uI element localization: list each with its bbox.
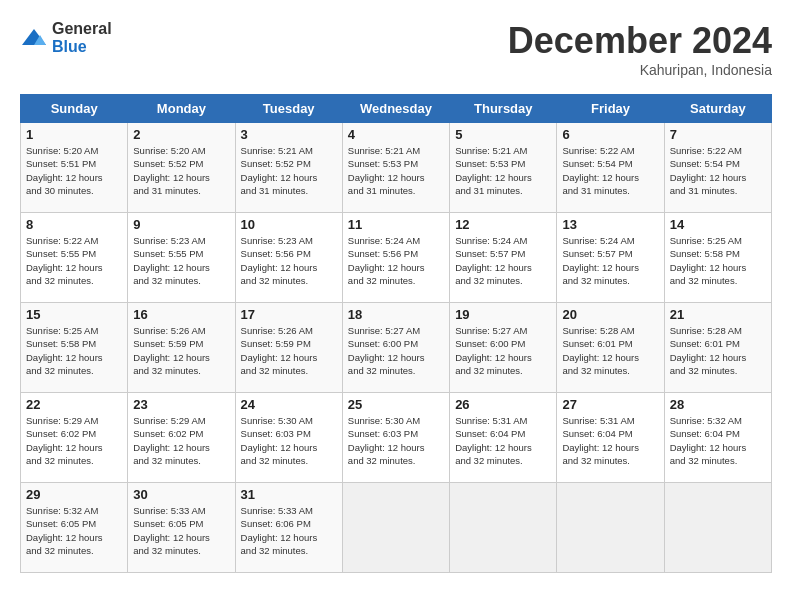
day-number: 11 — [348, 217, 444, 232]
day-number: 5 — [455, 127, 551, 142]
calendar-day-cell: 6Sunrise: 5:22 AM Sunset: 5:54 PM Daylig… — [557, 123, 664, 213]
col-monday: Monday — [128, 95, 235, 123]
day-info: Sunrise: 5:24 AM Sunset: 5:57 PM Dayligh… — [562, 234, 658, 287]
day-info: Sunrise: 5:24 AM Sunset: 5:56 PM Dayligh… — [348, 234, 444, 287]
day-number: 30 — [133, 487, 229, 502]
calendar-day-cell: 2Sunrise: 5:20 AM Sunset: 5:52 PM Daylig… — [128, 123, 235, 213]
calendar-week-row: 15Sunrise: 5:25 AM Sunset: 5:58 PM Dayli… — [21, 303, 772, 393]
day-number: 12 — [455, 217, 551, 232]
day-number: 16 — [133, 307, 229, 322]
day-info: Sunrise: 5:23 AM Sunset: 5:55 PM Dayligh… — [133, 234, 229, 287]
calendar-day-cell: 16Sunrise: 5:26 AM Sunset: 5:59 PM Dayli… — [128, 303, 235, 393]
calendar-table: Sunday Monday Tuesday Wednesday Thursday… — [20, 94, 772, 573]
calendar-day-cell: 26Sunrise: 5:31 AM Sunset: 6:04 PM Dayli… — [450, 393, 557, 483]
day-number: 23 — [133, 397, 229, 412]
calendar-day-cell: 14Sunrise: 5:25 AM Sunset: 5:58 PM Dayli… — [664, 213, 771, 303]
calendar-day-cell — [557, 483, 664, 573]
day-info: Sunrise: 5:26 AM Sunset: 5:59 PM Dayligh… — [241, 324, 337, 377]
day-number: 18 — [348, 307, 444, 322]
logo-icon — [20, 27, 48, 49]
calendar-day-cell: 28Sunrise: 5:32 AM Sunset: 6:04 PM Dayli… — [664, 393, 771, 483]
day-number: 31 — [241, 487, 337, 502]
day-number: 15 — [26, 307, 122, 322]
col-saturday: Saturday — [664, 95, 771, 123]
day-number: 8 — [26, 217, 122, 232]
day-info: Sunrise: 5:22 AM Sunset: 5:54 PM Dayligh… — [670, 144, 766, 197]
location: Kahuripan, Indonesia — [508, 62, 772, 78]
day-number: 27 — [562, 397, 658, 412]
col-thursday: Thursday — [450, 95, 557, 123]
calendar-day-cell: 23Sunrise: 5:29 AM Sunset: 6:02 PM Dayli… — [128, 393, 235, 483]
calendar-day-cell: 10Sunrise: 5:23 AM Sunset: 5:56 PM Dayli… — [235, 213, 342, 303]
day-info: Sunrise: 5:31 AM Sunset: 6:04 PM Dayligh… — [455, 414, 551, 467]
calendar-day-cell: 1Sunrise: 5:20 AM Sunset: 5:51 PM Daylig… — [21, 123, 128, 213]
day-number: 6 — [562, 127, 658, 142]
day-number: 10 — [241, 217, 337, 232]
day-number: 24 — [241, 397, 337, 412]
day-info: Sunrise: 5:29 AM Sunset: 6:02 PM Dayligh… — [133, 414, 229, 467]
calendar-day-cell: 29Sunrise: 5:32 AM Sunset: 6:05 PM Dayli… — [21, 483, 128, 573]
day-number: 21 — [670, 307, 766, 322]
calendar-day-cell: 15Sunrise: 5:25 AM Sunset: 5:58 PM Dayli… — [21, 303, 128, 393]
day-info: Sunrise: 5:31 AM Sunset: 6:04 PM Dayligh… — [562, 414, 658, 467]
day-info: Sunrise: 5:27 AM Sunset: 6:00 PM Dayligh… — [348, 324, 444, 377]
calendar-day-cell: 17Sunrise: 5:26 AM Sunset: 5:59 PM Dayli… — [235, 303, 342, 393]
day-info: Sunrise: 5:29 AM Sunset: 6:02 PM Dayligh… — [26, 414, 122, 467]
day-info: Sunrise: 5:28 AM Sunset: 6:01 PM Dayligh… — [670, 324, 766, 377]
calendar-day-cell: 19Sunrise: 5:27 AM Sunset: 6:00 PM Dayli… — [450, 303, 557, 393]
calendar-header-row: Sunday Monday Tuesday Wednesday Thursday… — [21, 95, 772, 123]
calendar-day-cell: 13Sunrise: 5:24 AM Sunset: 5:57 PM Dayli… — [557, 213, 664, 303]
day-info: Sunrise: 5:21 AM Sunset: 5:53 PM Dayligh… — [348, 144, 444, 197]
day-info: Sunrise: 5:33 AM Sunset: 6:05 PM Dayligh… — [133, 504, 229, 557]
day-number: 26 — [455, 397, 551, 412]
calendar-day-cell: 21Sunrise: 5:28 AM Sunset: 6:01 PM Dayli… — [664, 303, 771, 393]
day-info: Sunrise: 5:30 AM Sunset: 6:03 PM Dayligh… — [348, 414, 444, 467]
month-title: December 2024 — [508, 20, 772, 62]
calendar-day-cell — [342, 483, 449, 573]
day-number: 14 — [670, 217, 766, 232]
day-info: Sunrise: 5:21 AM Sunset: 5:53 PM Dayligh… — [455, 144, 551, 197]
calendar-week-row: 22Sunrise: 5:29 AM Sunset: 6:02 PM Dayli… — [21, 393, 772, 483]
logo: General Blue — [20, 20, 112, 56]
calendar-day-cell: 12Sunrise: 5:24 AM Sunset: 5:57 PM Dayli… — [450, 213, 557, 303]
calendar-day-cell: 3Sunrise: 5:21 AM Sunset: 5:52 PM Daylig… — [235, 123, 342, 213]
col-sunday: Sunday — [21, 95, 128, 123]
day-number: 7 — [670, 127, 766, 142]
day-info: Sunrise: 5:28 AM Sunset: 6:01 PM Dayligh… — [562, 324, 658, 377]
day-info: Sunrise: 5:21 AM Sunset: 5:52 PM Dayligh… — [241, 144, 337, 197]
day-info: Sunrise: 5:27 AM Sunset: 6:00 PM Dayligh… — [455, 324, 551, 377]
calendar-week-row: 8Sunrise: 5:22 AM Sunset: 5:55 PM Daylig… — [21, 213, 772, 303]
day-number: 9 — [133, 217, 229, 232]
day-info: Sunrise: 5:22 AM Sunset: 5:55 PM Dayligh… — [26, 234, 122, 287]
calendar-day-cell: 18Sunrise: 5:27 AM Sunset: 6:00 PM Dayli… — [342, 303, 449, 393]
calendar-week-row: 29Sunrise: 5:32 AM Sunset: 6:05 PM Dayli… — [21, 483, 772, 573]
day-number: 4 — [348, 127, 444, 142]
header: General Blue December 2024 Kahuripan, In… — [20, 20, 772, 78]
day-number: 25 — [348, 397, 444, 412]
calendar-day-cell: 25Sunrise: 5:30 AM Sunset: 6:03 PM Dayli… — [342, 393, 449, 483]
calendar-day-cell: 9Sunrise: 5:23 AM Sunset: 5:55 PM Daylig… — [128, 213, 235, 303]
calendar-day-cell: 7Sunrise: 5:22 AM Sunset: 5:54 PM Daylig… — [664, 123, 771, 213]
calendar-day-cell — [664, 483, 771, 573]
logo-blue-text: Blue — [52, 38, 87, 55]
calendar-day-cell: 11Sunrise: 5:24 AM Sunset: 5:56 PM Dayli… — [342, 213, 449, 303]
calendar-day-cell: 24Sunrise: 5:30 AM Sunset: 6:03 PM Dayli… — [235, 393, 342, 483]
day-number: 3 — [241, 127, 337, 142]
logo-general-text: General — [52, 20, 112, 37]
day-info: Sunrise: 5:32 AM Sunset: 6:05 PM Dayligh… — [26, 504, 122, 557]
day-info: Sunrise: 5:25 AM Sunset: 5:58 PM Dayligh… — [26, 324, 122, 377]
day-number: 1 — [26, 127, 122, 142]
day-number: 28 — [670, 397, 766, 412]
day-number: 2 — [133, 127, 229, 142]
calendar-day-cell: 22Sunrise: 5:29 AM Sunset: 6:02 PM Dayli… — [21, 393, 128, 483]
day-info: Sunrise: 5:23 AM Sunset: 5:56 PM Dayligh… — [241, 234, 337, 287]
day-info: Sunrise: 5:26 AM Sunset: 5:59 PM Dayligh… — [133, 324, 229, 377]
col-wednesday: Wednesday — [342, 95, 449, 123]
title-area: December 2024 Kahuripan, Indonesia — [508, 20, 772, 78]
day-info: Sunrise: 5:24 AM Sunset: 5:57 PM Dayligh… — [455, 234, 551, 287]
calendar-day-cell: 8Sunrise: 5:22 AM Sunset: 5:55 PM Daylig… — [21, 213, 128, 303]
calendar-day-cell: 5Sunrise: 5:21 AM Sunset: 5:53 PM Daylig… — [450, 123, 557, 213]
calendar-day-cell: 27Sunrise: 5:31 AM Sunset: 6:04 PM Dayli… — [557, 393, 664, 483]
day-number: 22 — [26, 397, 122, 412]
col-tuesday: Tuesday — [235, 95, 342, 123]
